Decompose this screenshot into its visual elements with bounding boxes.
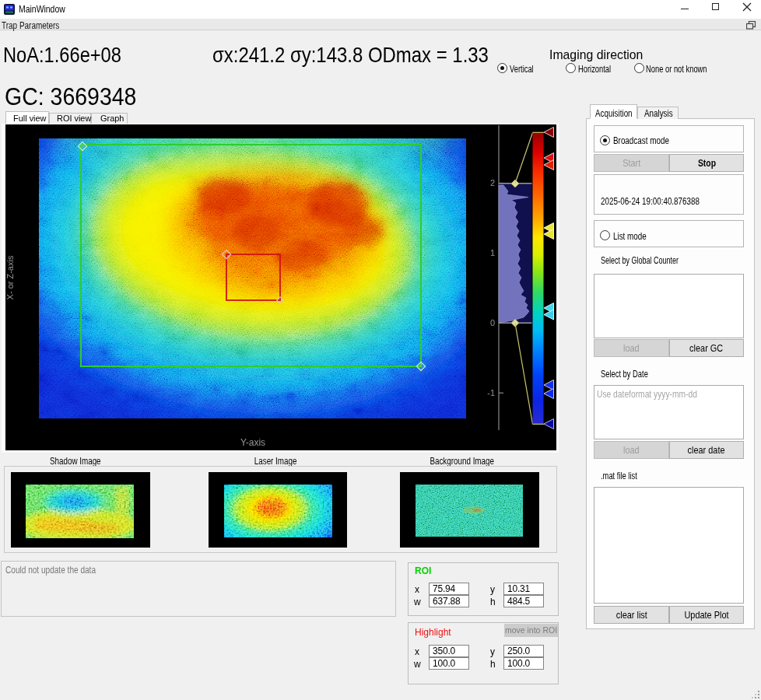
svg-text:0: 0 [490, 318, 495, 327]
svg-text:-1: -1 [487, 388, 495, 397]
svg-text:1: 1 [490, 248, 495, 257]
svg-text:Y-axis: Y-axis [240, 437, 265, 448]
svg-text:X- or Z-axis: X- or Z-axis [5, 255, 15, 299]
svg-text:2: 2 [490, 178, 495, 187]
